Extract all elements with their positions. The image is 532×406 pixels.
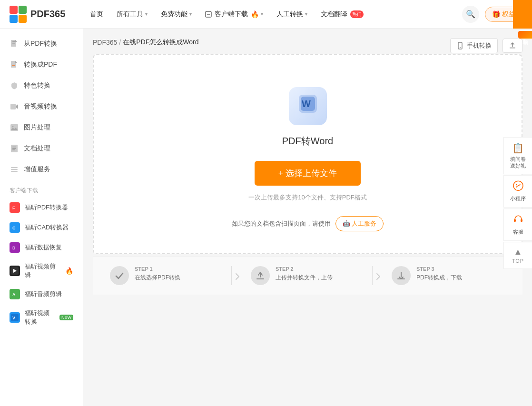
lingli-button[interactable]: 领取 — [518, 31, 532, 39]
header-actions: 手机转换 — [450, 38, 522, 53]
nav-manual-convert[interactable]: 人工转换 ▾ — [271, 6, 313, 22]
manual-service-hint: 如果您的文档包含扫描页面，请使用 🤖 人工服务 — [232, 216, 384, 231]
download-icon — [205, 11, 212, 18]
select-upload-button[interactable]: + 选择上传文件 — [255, 161, 361, 186]
sidebar-item-from-pdf-label: 从PDF转换 — [24, 40, 57, 48]
step-3: STEP 3 PDF转换成，下载 — [384, 266, 513, 285]
upload-area: W PDF转Word + 选择上传文件 一次上传最多支持10个文件、支持PDF格… — [93, 54, 522, 254]
sidebar-item-vip[interactable]: 增值服务 — [0, 159, 83, 180]
miniprogram-label: 小程序 — [510, 195, 526, 202]
svg-point-42 — [516, 184, 517, 185]
audio-edit-icon: A — [10, 289, 20, 299]
headset-icon — [513, 214, 523, 227]
mobile-convert-button[interactable]: 手机转换 — [450, 38, 498, 53]
sidebar-app-cad-converter[interactable]: C 福昕CAD转换器 — [0, 218, 83, 238]
chevron-down-icon: ▾ — [261, 11, 263, 17]
nav-doc-translate[interactable]: 文档翻译 热门 — [315, 6, 369, 22]
upload-hint: 一次上传最多支持10个文件、支持PDF格式 — [248, 193, 366, 202]
breadcrumb-sep: / — [119, 39, 121, 46]
svg-rect-17 — [12, 149, 15, 150]
nav-free-features[interactable]: 免费功能 ▾ — [155, 6, 197, 22]
sidebar-item-image[interactable]: 图片处理 — [0, 117, 83, 138]
upload-icon — [509, 42, 516, 50]
sidebar-item-image-label: 图片处理 — [24, 123, 50, 132]
step-3-label: STEP 3 — [416, 266, 462, 272]
app-video-convert-label: 福昕视频转换 — [25, 309, 54, 326]
video-edit-icon — [10, 266, 20, 276]
header: PDF365 首页 所有工具 ▾ 免费功能 ▾ 客户端下载 🔥 ▾ 人工转换 ▾… — [0, 0, 532, 29]
questionnaire-label: 填问卷送好礼 — [510, 156, 526, 169]
step-1-icon — [110, 266, 129, 285]
logo[interactable]: PDF365 — [10, 6, 65, 23]
svg-rect-10 — [12, 65, 15, 66]
nav-all-tools[interactable]: 所有工具 ▾ — [111, 6, 153, 22]
svg-rect-11 — [10, 104, 16, 109]
doc-icon — [10, 144, 19, 153]
fire-badge-icon: 🔥 — [65, 267, 73, 275]
sidebar-app-data-recovery[interactable]: D 福昕数据恢复 — [0, 238, 83, 257]
svg-rect-1 — [19, 6, 27, 14]
layout: 从PDF转换 转换成PDF 特色转换 音视频转换 图片处理 — [0, 29, 532, 406]
chevron-down-icon: ▾ — [145, 11, 148, 17]
sidebar: 从PDF转换 转换成PDF 特色转换 音视频转换 图片处理 — [0, 29, 83, 406]
back-to-top-button[interactable]: ▲ TOP — [503, 242, 532, 269]
questionnaire-button[interactable]: 📋 填问卷送好礼 — [503, 137, 532, 175]
sidebar-item-from-pdf[interactable]: 从PDF转换 — [0, 33, 83, 54]
logo-text: PDF365 — [30, 9, 65, 20]
svg-rect-7 — [12, 41, 15, 42]
manual-service-button[interactable]: 🤖 人工服务 — [335, 216, 384, 231]
step-1: STEP 1 在线选择PDF转换 — [102, 266, 232, 285]
svg-rect-43 — [514, 219, 516, 222]
svg-point-34 — [460, 47, 461, 48]
sidebar-section-title: 客户端下载 — [0, 180, 83, 198]
pdf-converter-icon: F — [10, 202, 20, 213]
miniprogram-button[interactable]: 小程序 — [503, 175, 532, 208]
step-2-content: STEP 2 上传并转换文件，上传 — [276, 266, 333, 282]
sidebar-app-video-convert[interactable]: V 福昕视频转换 NEW — [0, 304, 83, 331]
customer-service-button[interactable]: 客服 — [503, 208, 532, 241]
hot-badge: 热门 — [350, 10, 364, 18]
from-pdf-icon — [10, 39, 19, 49]
svg-text:C: C — [12, 226, 16, 230]
step-2-desc: 上传并转换文件，上传 — [276, 274, 333, 282]
sidebar-item-doc[interactable]: 文档处理 — [0, 138, 83, 159]
step-3-content: STEP 3 PDF转换成，下载 — [416, 266, 462, 282]
svg-text:A: A — [12, 292, 16, 297]
upload-convert-button[interactable] — [502, 39, 522, 53]
chevron-down-icon: ▾ — [305, 11, 307, 17]
step-3-desc: PDF转换成，下载 — [416, 274, 462, 282]
app-data-recovery-label: 福昕数据恢复 — [25, 243, 62, 252]
svg-text:D: D — [12, 246, 16, 250]
word-icon: W — [297, 93, 319, 119]
svg-rect-2 — [10, 15, 18, 23]
sidebar-item-to-pdf[interactable]: 转换成PDF — [0, 54, 83, 75]
new-badge: NEW — [59, 315, 73, 320]
app-video-edit-label: 福昕视频剪辑 — [25, 262, 59, 279]
nav-download[interactable]: 客户端下载 🔥 ▾ — [199, 6, 269, 22]
step-arrow-2 — [373, 266, 384, 282]
svg-text:V: V — [12, 316, 15, 320]
customer-service-label: 客服 — [513, 228, 523, 236]
sidebar-item-special[interactable]: 特色转换 — [0, 75, 83, 96]
sidebar-item-av[interactable]: 音视频转换 — [0, 96, 83, 117]
cad-converter-icon: C — [10, 222, 20, 233]
search-button[interactable]: 🔍 — [462, 6, 479, 23]
sidebar-app-audio-edit[interactable]: A 福昕音频剪辑 — [0, 284, 83, 304]
sidebar-item-to-pdf-label: 转换成PDF — [24, 60, 57, 69]
sidebar-app-video-edit[interactable]: 福昕视频剪辑 🔥 — [0, 257, 83, 284]
logo-icon — [10, 6, 27, 23]
miniprogram-icon — [513, 180, 523, 193]
app-audio-edit-label: 福昕音频剪辑 — [25, 290, 62, 298]
svg-rect-15 — [12, 147, 16, 148]
word-icon-wrap: W — [289, 87, 327, 125]
chevron-down-icon: ▾ — [189, 11, 192, 17]
svg-rect-20 — [11, 171, 18, 172]
sidebar-app-pdf-converter[interactable]: F 福昕PDF转换器 — [0, 198, 83, 218]
nav-home[interactable]: 首页 — [84, 6, 109, 22]
app-pdf-converter-label: 福昕PDF转换器 — [25, 203, 68, 212]
breadcrumb-home[interactable]: PDF365 — [93, 39, 117, 46]
header-orange-decoration — [513, 0, 532, 29]
sidebar-item-special-label: 特色转换 — [24, 81, 50, 90]
video-icon — [10, 102, 19, 111]
svg-rect-19 — [11, 169, 18, 170]
